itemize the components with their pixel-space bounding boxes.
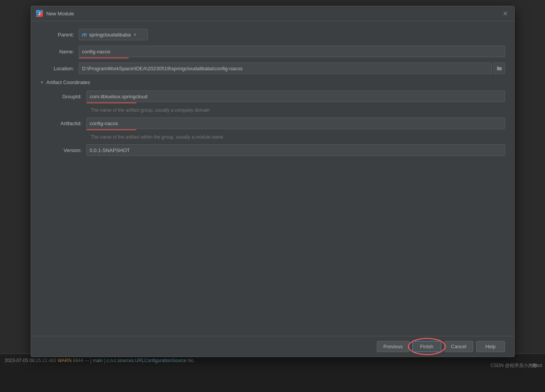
name-field — [79, 46, 505, 57]
help-button[interactable]: Help — [476, 341, 505, 352]
version-label: Version: — [48, 147, 86, 153]
artifactid-input[interactable] — [86, 117, 505, 129]
dialog-title-left: J New Module — [36, 10, 74, 17]
location-field — [79, 63, 505, 74]
new-module-dialog: J New Module ✕ Parent: m springcloudalib… — [31, 6, 515, 357]
cancel-button[interactable]: Cancel — [444, 341, 473, 352]
maven-icon: m — [82, 31, 87, 38]
bottom-bar-content: 2023-07-05 08:25:22.483 WARN 8844 --- [ … — [5, 357, 195, 364]
watermark-line1: CSDN @程序员小杰@ — [490, 362, 537, 369]
name-label: Name: — [40, 49, 79, 55]
dropdown-arrow-icon: ▼ — [133, 33, 137, 37]
version-row: Version: — [48, 144, 505, 156]
artifactid-row: ArtifactId: — [48, 117, 505, 129]
artifact-coordinates-section[interactable]: ▼ Artifact Coordinates — [40, 79, 505, 85]
parent-dropdown-input[interactable]: m springcloudalibaba ▼ — [79, 29, 148, 40]
version-field — [86, 144, 505, 156]
log-pid: 8844 — [73, 358, 83, 363]
bottom-status-bar: 2023-07-05 08:25:22.483 WARN 8844 --- [ … — [0, 354, 545, 392]
name-input[interactable] — [79, 46, 505, 57]
folder-icon — [497, 66, 502, 71]
version-input[interactable] — [86, 144, 505, 156]
log-bracket-close: ] — [104, 358, 107, 363]
log-message: No. — [188, 358, 195, 363]
dialog-app-icon: J — [36, 10, 43, 17]
dialog-close-button[interactable]: ✕ — [501, 9, 510, 18]
previous-button[interactable]: Previous — [377, 341, 409, 352]
groupid-hint: The name of the artifact group, usually … — [86, 108, 505, 113]
app-logo-icon: J — [36, 10, 43, 17]
log-level: WARN — [58, 358, 71, 363]
log-timestamp: 2023-07-05 08:25:22.483 — [5, 358, 56, 363]
artifactid-field — [86, 117, 505, 129]
dialog-body: Parent: m springcloudalibaba ▼ Name: — [31, 21, 514, 336]
artifactid-hint: The name of the artifact within the grou… — [86, 134, 505, 140]
artifactid-red-underline — [86, 129, 136, 130]
artifact-coordinates-content: GroupId: The name of the artifact group,… — [40, 91, 505, 156]
parent-field: m springcloudalibaba ▼ — [79, 29, 505, 40]
groupid-label: GroupId: — [48, 94, 86, 99]
log-separator: --- — [84, 358, 89, 363]
finish-button-wrapper: Finish — [412, 341, 441, 352]
groupid-row: GroupId: — [48, 91, 505, 102]
location-label: Location: — [40, 66, 79, 71]
parent-row: Parent: m springcloudalibaba ▼ — [40, 29, 505, 40]
groupid-input[interactable] — [86, 91, 505, 102]
dialog-footer: Previous Finish Cancel Help — [31, 336, 514, 357]
finish-button[interactable]: Finish — [412, 341, 441, 352]
name-red-underline — [79, 58, 129, 58]
csdn-watermark: CSDN @程序员小杰@ — [490, 362, 537, 369]
log-bracket-open: [ — [90, 358, 91, 363]
dialog-title: New Module — [46, 11, 74, 17]
parent-dropdown[interactable]: m springcloudalibaba ▼ — [79, 29, 505, 40]
section-collapse-arrow: ▼ — [40, 80, 44, 84]
name-row: Name: — [40, 46, 505, 57]
log-thread: main — [93, 358, 103, 363]
groupid-red-underline — [86, 103, 136, 103]
location-input-group — [79, 63, 505, 74]
groupid-field — [86, 91, 505, 102]
dialog-titlebar: J New Module ✕ — [31, 6, 514, 21]
parent-value: springcloudalibaba — [89, 32, 131, 38]
location-row: Location: — [40, 63, 505, 74]
section-title: Artifact Coordinates — [46, 79, 90, 85]
root-text: Root — [532, 363, 542, 368]
browse-folder-button[interactable] — [494, 63, 505, 74]
artifactid-label: ArtifactId: — [48, 121, 86, 126]
location-input[interactable] — [79, 63, 492, 74]
log-class: c.n.c.sources.URLConfigurationSource — [107, 358, 186, 363]
parent-label: Parent: — [40, 32, 79, 38]
